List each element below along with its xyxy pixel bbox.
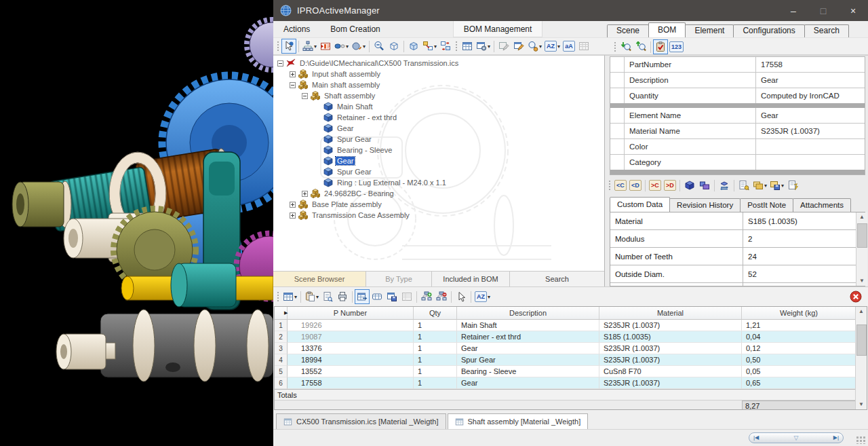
- property-value[interactable]: [755, 155, 865, 170]
- cell-weight[interactable]: 0,65: [742, 377, 856, 389]
- cell-qty[interactable]: 1: [414, 377, 457, 389]
- tab-configurations[interactable]: Configurations: [733, 24, 804, 37]
- table-layout-tool[interactable]: ▾: [281, 289, 298, 304]
- copy-folder-tool[interactable]: ▾: [751, 178, 768, 193]
- tree-item-part[interactable]: Spur Gear: [273, 166, 604, 177]
- tree-item-part[interactable]: Gear: [273, 123, 604, 134]
- edit-table-tool[interactable]: [511, 39, 526, 54]
- tree-item-part[interactable]: Retainer - ext thrd: [273, 112, 604, 123]
- cell-description[interactable]: Gear: [457, 343, 599, 354]
- toolbar-grip[interactable]: [614, 41, 616, 52]
- bom-row[interactable]: 1▶ 19926 1 Main Shaft S235JR (1.0037) 1,…: [275, 320, 867, 331]
- dropdown-arrow-icon[interactable]: ▾: [557, 43, 560, 50]
- menu-actions[interactable]: Actions: [273, 24, 320, 34]
- tab-attachments[interactable]: Attachments: [793, 198, 851, 212]
- scrollbar-thumb[interactable]: [857, 223, 867, 248]
- property-row[interactable]: Category: [610, 155, 865, 170]
- cell-p-number[interactable]: 18994: [288, 354, 414, 366]
- minimize-button[interactable]: –: [778, 0, 808, 21]
- custom-data-value[interactable]: S185 (1.0035): [743, 212, 865, 229]
- sheet-tab-shaft-assembly[interactable]: Shaft assembly [Material _Weigth]: [448, 413, 589, 430]
- property-value[interactable]: S235JR (1.0037): [755, 124, 865, 138]
- custom-data-scrollbar[interactable]: ▲ ▼: [856, 212, 867, 286]
- scene-tree[interactable]: D:\Guide\ICMechanical\CX500 Transmission…: [273, 56, 604, 271]
- custom-data-row[interactable]: Outside Diam. 52: [610, 265, 865, 283]
- view-data-tool[interactable]: [736, 178, 751, 193]
- dropdown-arrow-icon[interactable]: ▾: [764, 183, 767, 189]
- custom-data-value[interactable]: 2: [743, 230, 865, 247]
- property-row[interactable]: Quantity Computed by IronCAD: [610, 88, 865, 103]
- property-value[interactable]: Computed by IronCAD: [755, 88, 865, 103]
- scroll-down-icon[interactable]: ▼: [859, 400, 864, 409]
- dropdown-arrow-icon[interactable]: ▾: [294, 294, 297, 300]
- save-folder-tool[interactable]: ▾: [768, 178, 785, 193]
- tree-item-part[interactable]: Spur Gear: [273, 134, 604, 145]
- property-value[interactable]: Gear: [755, 73, 865, 88]
- tree-collapse-icon[interactable]: [277, 60, 283, 67]
- dropdown-arrow-icon[interactable]: ▾: [488, 43, 490, 50]
- property-row[interactable]: PartNumber 17558: [610, 57, 865, 73]
- edit-table-tool-disabled[interactable]: [496, 39, 511, 54]
- resize-grip[interactable]: [856, 436, 865, 444]
- tab-included-in-bom[interactable]: Included in BOM: [432, 272, 510, 286]
- tree-item-part[interactable]: Bearing - Sleeve: [273, 145, 604, 155]
- cell-weight[interactable]: 0,12: [742, 343, 856, 354]
- print-tool[interactable]: [335, 289, 350, 304]
- cell-qty[interactable]: 1: [414, 343, 457, 354]
- dropdown-arrow-icon[interactable]: ▾: [346, 43, 349, 50]
- cell-p-number[interactable]: 19087: [288, 331, 414, 343]
- nav-thumb-icon[interactable]: ▽: [794, 434, 799, 441]
- custom-data-row[interactable]: Modulus 2: [610, 230, 865, 248]
- nav-first-icon[interactable]: |◀: [753, 433, 759, 443]
- toolbar-grip[interactable]: [455, 41, 458, 52]
- copy-structure-tool[interactable]: ▾: [421, 39, 438, 54]
- dropdown-arrow-icon[interactable]: ▾: [434, 43, 437, 50]
- dropdown-arrow-icon[interactable]: ▾: [539, 43, 542, 50]
- cell-material[interactable]: S235JR (1.0037): [599, 354, 742, 366]
- bom-panel-tool[interactable]: [318, 39, 333, 54]
- title-bar[interactable]: IPROActiveManager – □ ×: [273, 0, 868, 21]
- solid-box-tool[interactable]: [406, 39, 421, 54]
- dropdown-arrow-icon[interactable]: ▾: [781, 183, 784, 189]
- cell-p-number[interactable]: 13376: [288, 343, 414, 354]
- viewport-3d[interactable]: [0, 0, 273, 446]
- bom-row[interactable]: 5 13552 1 Bearing - Sleeve CuSn8 F70 0,0…: [275, 366, 867, 377]
- sphere-part-tool[interactable]: ▾: [350, 39, 367, 54]
- pointer-tool[interactable]: [454, 289, 469, 304]
- copy-data-to-tool[interactable]: >D: [663, 178, 677, 193]
- tree-item-assembly[interactable]: 24.9682BC - Bearing: [273, 188, 604, 199]
- swap-structure-tool[interactable]: [438, 39, 453, 54]
- tree-expand-icon[interactable]: [290, 202, 296, 208]
- cell-p-number[interactable]: 13552: [288, 366, 414, 377]
- custom-data-value[interactable]: 52: [743, 265, 865, 282]
- scrollbar-thumb[interactable]: [856, 324, 867, 356]
- zoom-out-tool[interactable]: [372, 39, 387, 54]
- tree-item-assembly[interactable]: Base Plate assembly: [273, 199, 604, 210]
- tree-item-assembly[interactable]: Shaft assembly: [273, 90, 604, 101]
- tree-item-part[interactable]: Main Shaft: [273, 101, 604, 112]
- table-sort-tool[interactable]: AZ ▾: [473, 289, 492, 304]
- export-save-tool[interactable]: [384, 289, 399, 304]
- property-value[interactable]: [755, 139, 865, 154]
- copy-custom-from-tool[interactable]: <C: [613, 178, 628, 193]
- table-view-tool[interactable]: [460, 39, 475, 54]
- property-row[interactable]: Material Name S235JR (1.0037): [610, 124, 865, 139]
- remove-level-tool[interactable]: [434, 289, 449, 304]
- property-value[interactable]: 17558: [755, 57, 865, 72]
- cell-material[interactable]: S235JR (1.0037): [599, 377, 742, 389]
- tree-item-assembly[interactable]: Main shaft assembly: [273, 79, 604, 90]
- cell-description[interactable]: Retainer - ext thrd: [457, 331, 599, 343]
- dropdown-arrow-icon[interactable]: ▾: [488, 294, 490, 300]
- tab-element[interactable]: Element: [685, 24, 734, 37]
- export-table-tool[interactable]: [355, 289, 370, 304]
- bom-table-scrollbar[interactable]: ▲ ▼: [855, 307, 867, 409]
- custom-data-row[interactable]: Number of Teeth 24: [610, 248, 865, 265]
- case-tool[interactable]: aA: [561, 39, 576, 54]
- dropdown-arrow-icon[interactable]: ▾: [314, 43, 317, 50]
- import-bom-tool[interactable]: [618, 39, 633, 54]
- parts-tool[interactable]: [697, 178, 712, 193]
- table-settings-tool[interactable]: ▾: [475, 39, 492, 54]
- cell-weight[interactable]: 0,04: [742, 331, 856, 343]
- cell-qty[interactable]: 1: [414, 366, 457, 377]
- search-database-tool[interactable]: ▾: [526, 39, 543, 54]
